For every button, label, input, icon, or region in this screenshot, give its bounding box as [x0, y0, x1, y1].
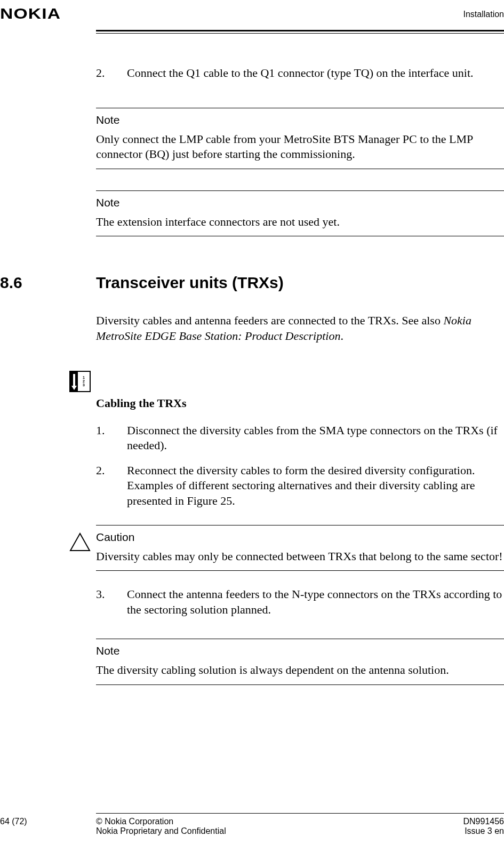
step-number: 2.	[96, 66, 107, 81]
svg-rect-0	[73, 374, 75, 386]
note-block-3: Note The diversity cabling solution is a…	[96, 639, 504, 685]
note-title: Note	[96, 196, 504, 209]
step-number: 2.	[96, 463, 107, 509]
note-text: The extension interface connectors are n…	[96, 214, 504, 230]
svg-marker-2	[70, 534, 90, 551]
svg-marker-1	[71, 386, 77, 390]
note-title: Note	[96, 114, 504, 126]
footer-docnum: DN991456	[463, 817, 505, 826]
procedure-title: Cabling the TRXs	[96, 396, 504, 410]
cabling-step-3: 3. Connect the antenna feeders to the N-…	[96, 587, 504, 617]
footer-copyright: © Nokia Corporation	[96, 817, 463, 826]
note-text: Only connect the LMP cable from your Met…	[96, 132, 504, 162]
step-text: Connect the antenna feeders to the N-typ…	[127, 587, 504, 617]
section-intro: Diversity cables and antenna feeders are…	[96, 313, 504, 344]
note-text: The diversity cabling solution is always…	[96, 663, 504, 678]
step-number: 3.	[96, 587, 107, 617]
footer-rule	[96, 813, 504, 814]
procedure-icon: 1 2 3	[69, 371, 91, 392]
step-text: Disconnect the diversity cables from the…	[127, 423, 504, 453]
cabling-step-1: 1. Disconnect the diversity cables from …	[96, 423, 504, 453]
caution-block: Caution Diversity cables may only be con…	[69, 525, 504, 571]
header-rule-thin	[96, 33, 504, 34]
footer-issue: Issue 3 en	[463, 826, 505, 836]
step-2-top: 2. Connect the Q1 cable to the Q1 connec…	[96, 66, 504, 81]
header-rule-thick	[96, 30, 504, 31]
section-heading: 8.6 Transceiver units (TRXs)	[0, 274, 504, 292]
footer-confidential: Nokia Proprietary and Confidential	[96, 826, 463, 836]
caution-text: Diversity cables may only be connected b…	[96, 549, 504, 564]
down-arrow-icon	[70, 372, 78, 391]
cabling-step-2: 2. Reconnect the diversity cables to for…	[96, 463, 504, 509]
nokia-logo: NOKIA	[0, 5, 61, 22]
caution-triangle-icon	[69, 532, 91, 552]
header-section-label: Installation	[463, 10, 505, 19]
caution-title: Caution	[96, 531, 504, 544]
note-block-1: Note Only connect the LMP cable from you…	[96, 108, 504, 169]
intro-post: .	[340, 329, 343, 343]
intro-pre: Diversity cables and antenna feeders are…	[96, 314, 443, 327]
step-text: Reconnect the diversity cables to form t…	[127, 463, 504, 509]
section-number: 8.6	[0, 274, 75, 292]
proc-icon-1: 1	[83, 376, 85, 379]
step-number: 1.	[96, 423, 107, 453]
note-block-2: Note The extension interface connectors …	[96, 190, 504, 237]
proc-icon-3: 3	[83, 383, 85, 387]
footer-page-number: 64 (72)	[0, 817, 96, 836]
section-title: Transceiver units (TRXs)	[96, 274, 284, 292]
note-title: Note	[96, 644, 504, 657]
proc-icon-2: 2	[83, 379, 85, 383]
step-text: Connect the Q1 cable to the Q1 connector…	[127, 66, 504, 81]
